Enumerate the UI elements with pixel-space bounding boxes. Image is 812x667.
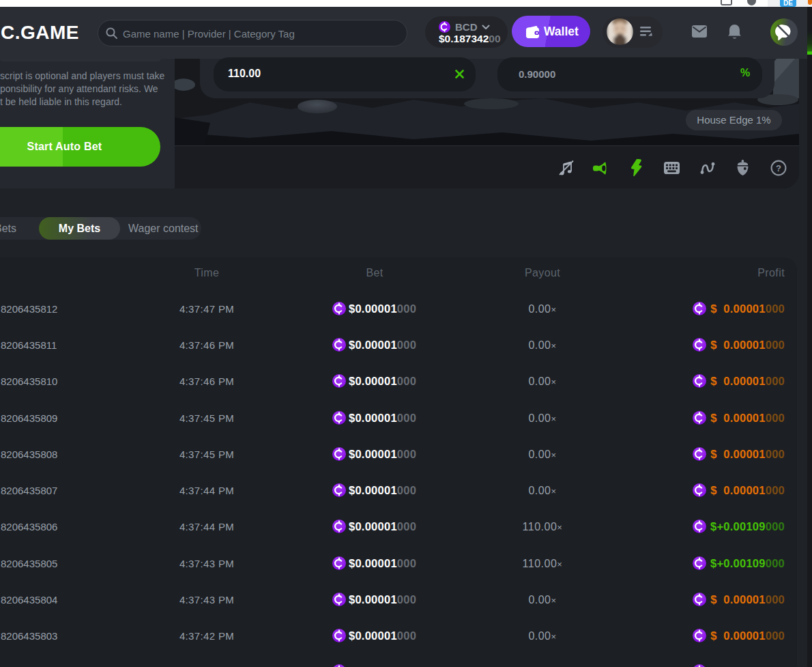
- svg-text:?: ?: [776, 163, 781, 173]
